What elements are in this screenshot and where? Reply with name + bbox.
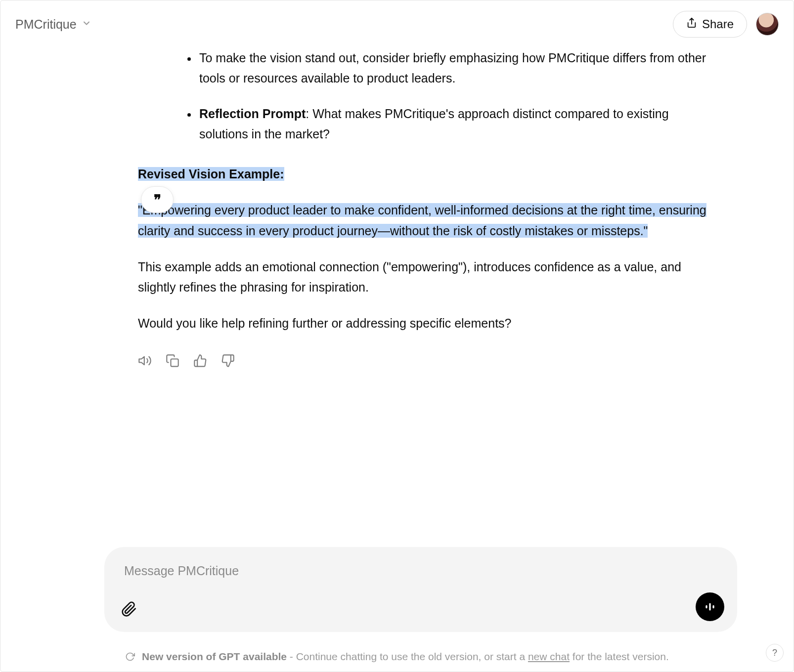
refresh-icon — [125, 652, 138, 664]
footer-notice: New version of GPT available - Continue … — [0, 650, 794, 663]
thumbs-down-button[interactable] — [221, 354, 235, 368]
assistant-message: To make the vision stand out, consider b… — [138, 48, 716, 368]
list-item-text: To make the vision stand out, consider b… — [199, 51, 706, 85]
svg-rect-2 — [171, 359, 178, 366]
bullet-list: To make the vision stand out, consider b… — [138, 48, 716, 144]
share-icon — [686, 17, 697, 31]
footer-bold: New version of GPT available — [142, 651, 287, 662]
attach-button[interactable] — [121, 601, 137, 619]
svg-rect-5 — [712, 605, 714, 609]
section-heading-wrap: Revised Vision Example: — [138, 164, 716, 184]
share-button[interactable]: Share — [673, 11, 747, 38]
revised-vision-quote-wrap: "Empowering every product leader to make… — [138, 200, 716, 241]
followup-question: Would you like help refining further or … — [138, 313, 716, 334]
svg-rect-3 — [706, 605, 707, 609]
footer-mid: - Continue chatting to use the old versi… — [287, 651, 528, 662]
header-actions: Share — [673, 11, 779, 38]
read-aloud-button[interactable] — [138, 354, 152, 368]
chevron-down-icon — [82, 18, 91, 30]
svg-rect-4 — [709, 603, 710, 610]
thumbs-up-button[interactable] — [193, 354, 207, 368]
quote-icon: ❞ — [154, 192, 161, 208]
quote-selection-button[interactable]: ❞ — [141, 186, 174, 213]
message-input[interactable] — [124, 564, 717, 578]
list-item: Reflection Prompt: What makes PMCritique… — [197, 104, 716, 145]
svg-marker-1 — [139, 356, 144, 364]
copy-button[interactable] — [166, 354, 179, 368]
voice-input-button[interactable] — [696, 592, 724, 621]
message-actions — [138, 354, 716, 368]
composer-area — [104, 547, 737, 632]
app-window: PMCritique Share ❞ To make the vision st… — [0, 0, 794, 672]
footer-tail: for the latest version. — [570, 651, 669, 662]
user-avatar[interactable] — [756, 13, 779, 36]
list-item: To make the vision stand out, consider b… — [197, 48, 716, 89]
share-label: Share — [702, 17, 734, 31]
explanation-text: This example adds an emotional connectio… — [138, 257, 716, 298]
conversation-title-dropdown[interactable]: PMCritique — [15, 17, 91, 32]
message-composer[interactable] — [104, 547, 737, 632]
revised-vision-quote: "Empowering every product leader to make… — [138, 203, 706, 237]
chat-content: ❞ To make the vision stand out, consider… — [0, 48, 794, 518]
conversation-title: PMCritique — [15, 17, 77, 32]
list-item-prefix: Reflection Prompt — [199, 107, 306, 121]
help-icon: ? — [772, 648, 777, 658]
help-button[interactable]: ? — [766, 644, 784, 662]
new-chat-link[interactable]: new chat — [528, 651, 570, 662]
header-bar: PMCritique Share — [0, 0, 794, 48]
section-heading: Revised Vision Example: — [138, 167, 284, 181]
